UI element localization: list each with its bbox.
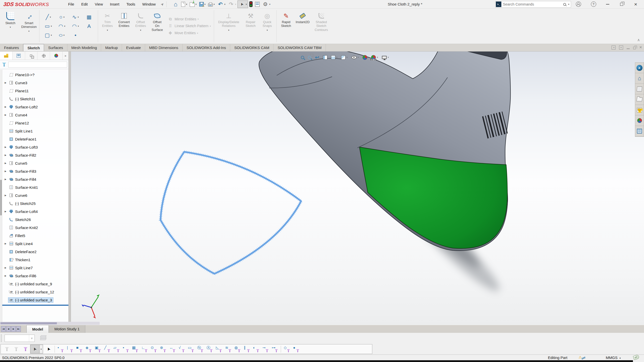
tree-item-curve4[interactable]: ▶Curve4: [0, 111, 71, 119]
expand-arrow-icon[interactable]: ▶: [4, 170, 8, 172]
expand-arrow-icon[interactable]: ▶: [4, 114, 8, 116]
style-combo-box[interactable]: ∨: [5, 335, 35, 342]
viewport-restore-icon[interactable]: [633, 47, 636, 49]
filter-stack-icon[interactable]: [12, 345, 21, 353]
tree-item-surface-loft2[interactable]: ▶Surface-Loft2: [0, 103, 71, 111]
tree-item-split-line1[interactable]: Split Line1: [0, 127, 71, 135]
apply-scene-icon[interactable]: ▾: [370, 54, 380, 61]
open-icon[interactable]: ▾: [188, 1, 198, 8]
ellipse-tool-icon[interactable]: ○▾: [55, 31, 69, 40]
dropdown-icon[interactable]: ▾: [39, 345, 43, 353]
tree-filter-input[interactable]: [8, 62, 67, 68]
home-icon[interactable]: [171, 1, 180, 8]
text-tool-icon[interactable]: A: [82, 22, 96, 31]
zoom-to-area-icon[interactable]: [306, 54, 313, 61]
conic-tool-icon[interactable]: ◠▾: [69, 22, 82, 31]
menu-view[interactable]: View: [91, 0, 106, 8]
filter-weld-beads-icon[interactable]: ≋: [224, 345, 233, 353]
sketch-button[interactable]: Sketch▾: [1, 9, 20, 44]
dropdown-icon[interactable]: ▾: [78, 25, 79, 27]
expand-arrow-icon[interactable]: ▶: [4, 154, 8, 156]
filter-axes-icon[interactable]: ╱: [103, 345, 112, 353]
tree-item-surface-loft4[interactable]: ▶Surface-Loft4: [0, 207, 71, 215]
viewport-minimize-icon[interactable]: [627, 49, 630, 49]
appearances-scenes-icon[interactable]: [635, 115, 644, 126]
search-commands-box[interactable]: >_ ▾: [495, 1, 571, 8]
dropdown-icon[interactable]: ▾: [358, 56, 359, 59]
collapse-right-icon[interactable]: ▸: [619, 46, 623, 50]
point-tool-icon[interactable]: •: [69, 31, 82, 40]
expand-arrow-icon[interactable]: ▶: [4, 242, 8, 245]
view-orientation-icon[interactable]: ▾: [330, 54, 339, 61]
dropdown-icon[interactable]: ▾: [377, 56, 378, 59]
tab-configurationmanager[interactable]: [25, 52, 38, 60]
spline-tool-icon[interactable]: ∿▾: [69, 13, 82, 22]
menu-window[interactable]: Window: [139, 0, 159, 8]
tree-item-surface-knit2[interactable]: Surface-Knit2: [0, 223, 71, 232]
dropdown-icon[interactable]: ▾: [246, 3, 247, 6]
design-library-icon[interactable]: [635, 84, 644, 94]
section-view-icon[interactable]: [321, 54, 329, 61]
rapid-sketch-button[interactable]: ✎ Rapid Sketch: [278, 9, 294, 44]
expand-arrow-icon[interactable]: ▶: [4, 162, 8, 164]
tree-item-curve5[interactable]: ▶Curve5: [0, 159, 71, 167]
filter-weld-symbols-icon[interactable]: ◺: [214, 345, 224, 353]
view-palette-icon[interactable]: [635, 105, 644, 115]
dropdown-icon[interactable]: ▾: [78, 16, 79, 18]
filter-datums-icon[interactable]: Ⓐ: [205, 345, 214, 353]
filter-connection-points-icon[interactable]: ⊸: [261, 345, 270, 353]
tab-scroll-button-1[interactable]: ◀: [6, 326, 11, 332]
filter-center-marks-icon[interactable]: ⊕: [158, 345, 168, 353]
dropdown-icon[interactable]: ▾: [50, 16, 51, 18]
print-icon[interactable]: ▾: [207, 1, 216, 8]
user-account-button[interactable]: [573, 0, 584, 8]
solidworks-resources-icon[interactable]: ▶: [635, 63, 644, 73]
filter-notes-icon[interactable]: Ⓝ: [196, 345, 205, 353]
dropdown-icon[interactable]: ▾: [64, 25, 65, 27]
dropdown-icon[interactable]: ▾: [195, 3, 197, 6]
tree-item-plane10-[interactable]: Plane10->?: [0, 71, 71, 79]
filter-routing-points-icon[interactable]: ⊶: [270, 345, 279, 353]
rebuild-icon[interactable]: [248, 1, 254, 8]
tree-item-surface-fill6[interactable]: ▶Surface-Fill6: [0, 272, 71, 280]
menu-edit[interactable]: Edit: [78, 0, 91, 8]
expand-arrow-icon[interactable]: ▶: [4, 178, 8, 180]
expand-arrow-icon[interactable]: ▶: [4, 106, 8, 108]
expand-arrow-icon[interactable]: ▶: [4, 146, 8, 148]
filter-cosmetic-threads-icon[interactable]: ∥: [242, 345, 252, 353]
tab-solidworks-cam-tbm[interactable]: SOLIDWORKS CAM TBM: [274, 44, 326, 51]
tree-item-curve6[interactable]: ▶Curve6: [0, 191, 71, 199]
filter-surface-bodies-icon[interactable]: ◈: [84, 345, 93, 353]
tree-item--sketch11[interactable]: (-) Sketch11: [0, 95, 71, 103]
expand-arrow-icon[interactable]: ▶: [4, 210, 8, 213]
select-cursor-icon[interactable]: ➤: [30, 345, 39, 353]
hide-show-items-icon[interactable]: ▾: [350, 54, 360, 61]
filter-faces-icon[interactable]: ■: [75, 345, 84, 353]
units-selector[interactable]: MMGS ▴: [606, 355, 621, 360]
tree-item-plane12[interactable]: Plane12: [0, 119, 71, 127]
tree-item-curve3[interactable]: ▶Curve3: [0, 79, 71, 87]
tab-evaluate[interactable]: Evaluate: [122, 44, 145, 51]
menu-insert[interactable]: Insert: [106, 0, 123, 8]
instant2d-button[interactable]: Instant2D: [294, 9, 311, 44]
save-icon[interactable]: ▾: [198, 1, 207, 8]
tab-model[interactable]: Model: [26, 325, 49, 333]
expand-arrow-icon[interactable]: ▶: [4, 275, 8, 277]
tab-scroll-button-2[interactable]: ▶: [11, 326, 16, 332]
tree-item-surface-loft3[interactable]: ▶Surface-Loft3: [0, 143, 71, 151]
dropdown-icon[interactable]: ▾: [51, 34, 52, 36]
help-button[interactable]: ?: [588, 0, 599, 8]
dropdown-icon[interactable]: ▾: [235, 3, 236, 6]
offset-on-surface-button[interactable]: Offset On Surface: [149, 9, 166, 44]
arc-tool-icon[interactable]: ◠▾: [55, 22, 69, 31]
viewport-close-icon[interactable]: ×: [639, 45, 642, 50]
tree-item--sketch25[interactable]: (-) Sketch25: [0, 199, 71, 207]
filter-vertices-icon[interactable]: •: [56, 345, 65, 353]
panel-tabs-overflow-icon[interactable]: »: [63, 52, 68, 60]
tree-item-sketch26[interactable]: Sketch26: [0, 215, 71, 223]
filter-edges-icon[interactable]: |: [65, 345, 75, 353]
collapse-left-icon[interactable]: ◂: [612, 46, 616, 50]
dropdown-icon[interactable]: ▾: [269, 3, 270, 6]
smart-dimension-button[interactable]: Smart Dimension▾: [20, 9, 38, 44]
menu-tools[interactable]: Tools: [123, 0, 139, 8]
